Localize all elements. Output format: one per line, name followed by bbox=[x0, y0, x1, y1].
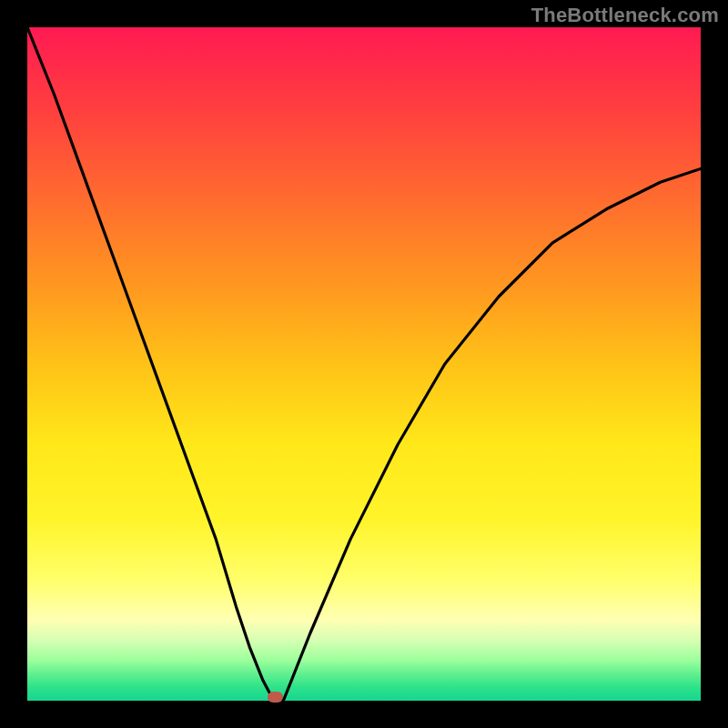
plot-area bbox=[27, 27, 701, 701]
bottleneck-curve bbox=[27, 27, 701, 700]
optimum-marker bbox=[268, 692, 283, 703]
curve-svg bbox=[27, 27, 701, 701]
watermark-text: TheBottleneck.com bbox=[531, 4, 719, 27]
chart-frame: TheBottleneck.com bbox=[0, 0, 728, 728]
